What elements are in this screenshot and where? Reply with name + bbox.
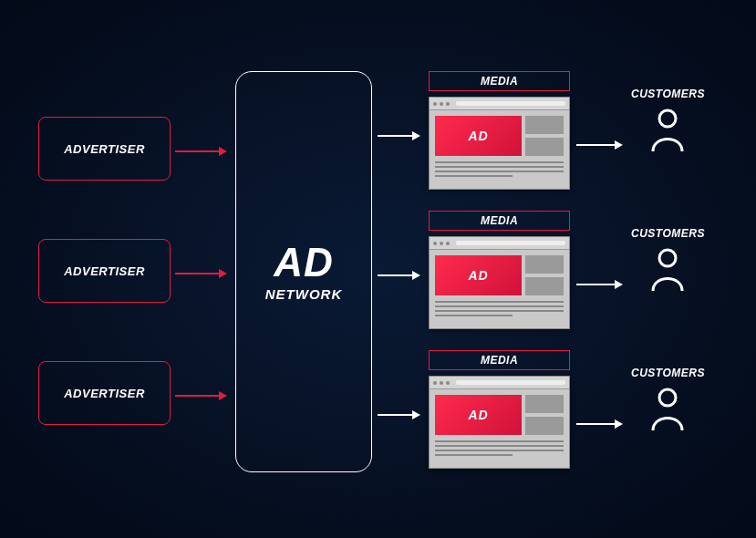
arrow-network-to-media bbox=[378, 271, 420, 280]
person-icon bbox=[648, 387, 687, 436]
customers-label: CUSTOMERS bbox=[631, 227, 705, 240]
chrome-dot-icon bbox=[440, 242, 443, 245]
advertiser-box: ADVERTISER bbox=[38, 361, 171, 425]
text-line-icon bbox=[435, 305, 564, 307]
person-icon bbox=[648, 108, 687, 157]
browser-window: AD bbox=[429, 376, 570, 469]
chrome-dot-icon bbox=[446, 242, 450, 245]
advertiser-box: ADVERTISER bbox=[38, 239, 171, 303]
address-bar-icon bbox=[456, 380, 565, 385]
content-block-icon bbox=[525, 255, 564, 274]
arrow-media-to-customers bbox=[576, 280, 623, 289]
person-icon bbox=[648, 247, 687, 296]
text-line-icon bbox=[435, 161, 564, 163]
arrow-network-to-media bbox=[378, 131, 420, 140]
text-line-icon bbox=[435, 454, 513, 456]
advertiser-box: ADVERTISER bbox=[38, 117, 171, 181]
ad-network-box: AD NETWORK bbox=[235, 71, 372, 472]
text-lines bbox=[435, 160, 564, 183]
advertiser-label: ADVERTISER bbox=[64, 264, 145, 278]
browser-chrome bbox=[430, 377, 569, 389]
customers-group: CUSTOMERS bbox=[631, 88, 705, 157]
browser-window: AD bbox=[429, 236, 570, 329]
arrow-advertiser-to-network bbox=[175, 147, 227, 156]
browser-body: AD bbox=[430, 110, 569, 189]
browser-body: AD bbox=[430, 389, 569, 468]
content-block-icon bbox=[525, 395, 564, 413]
text-line-icon bbox=[435, 445, 564, 447]
ad-block: AD bbox=[435, 116, 522, 156]
media-group: MEDIA AD bbox=[429, 71, 570, 190]
content-block-icon bbox=[525, 116, 564, 134]
svg-point-0 bbox=[659, 110, 676, 127]
arrow-media-to-customers bbox=[576, 140, 623, 150]
arrow-network-to-media bbox=[378, 410, 420, 419]
customers-label: CUSTOMERS bbox=[631, 367, 705, 379]
content-block-icon bbox=[525, 417, 564, 435]
customers-group: CUSTOMERS bbox=[631, 367, 705, 436]
text-line-icon bbox=[435, 171, 564, 172]
ad-text: AD bbox=[468, 408, 488, 422]
text-lines bbox=[435, 439, 564, 462]
arrow-media-to-customers bbox=[576, 419, 623, 429]
sidebar-blocks bbox=[525, 255, 564, 295]
ad-network-subtitle: NETWORK bbox=[265, 286, 343, 302]
text-line-icon bbox=[435, 450, 564, 451]
chrome-dot-icon bbox=[440, 102, 443, 106]
browser-chrome bbox=[430, 98, 569, 110]
text-line-icon bbox=[435, 315, 513, 316]
browser-window: AD bbox=[429, 97, 570, 190]
text-line-icon bbox=[435, 166, 564, 168]
media-label: MEDIA bbox=[429, 211, 570, 231]
chrome-dot-icon bbox=[446, 102, 450, 106]
advertiser-label: ADVERTISER bbox=[64, 142, 145, 156]
media-group: MEDIA AD bbox=[429, 350, 570, 469]
arrow-advertiser-to-network bbox=[175, 391, 227, 400]
advertiser-label: ADVERTISER bbox=[64, 387, 145, 400]
ad-text: AD bbox=[468, 129, 488, 143]
customers-label: CUSTOMERS bbox=[631, 88, 705, 100]
ad-network-title: AD bbox=[274, 243, 334, 283]
text-line-icon bbox=[435, 175, 513, 177]
text-line-icon bbox=[435, 440, 564, 442]
text-line-icon bbox=[435, 310, 564, 312]
media-label: MEDIA bbox=[429, 71, 570, 91]
address-bar-icon bbox=[456, 241, 565, 245]
customers-group: CUSTOMERS bbox=[631, 227, 705, 296]
text-line-icon bbox=[435, 301, 564, 303]
ad-text: AD bbox=[468, 268, 488, 283]
chrome-dot-icon bbox=[433, 381, 437, 385]
ad-block: AD bbox=[435, 255, 522, 295]
text-lines bbox=[435, 299, 564, 323]
browser-body: AD bbox=[430, 250, 569, 328]
content-block-icon bbox=[525, 277, 564, 295]
ad-block: AD bbox=[435, 395, 522, 435]
chrome-dot-icon bbox=[440, 381, 443, 385]
svg-point-2 bbox=[659, 389, 676, 406]
media-label: MEDIA bbox=[429, 350, 570, 370]
chrome-dot-icon bbox=[433, 242, 437, 245]
content-block-icon bbox=[525, 138, 564, 156]
arrow-advertiser-to-network bbox=[175, 269, 227, 278]
sidebar-blocks bbox=[525, 116, 564, 156]
sidebar-blocks bbox=[525, 395, 564, 435]
svg-point-1 bbox=[659, 250, 676, 266]
chrome-dot-icon bbox=[433, 102, 437, 106]
address-bar-icon bbox=[456, 101, 565, 106]
chrome-dot-icon bbox=[446, 381, 450, 385]
browser-chrome bbox=[430, 237, 569, 250]
media-group: MEDIA AD bbox=[429, 211, 570, 329]
